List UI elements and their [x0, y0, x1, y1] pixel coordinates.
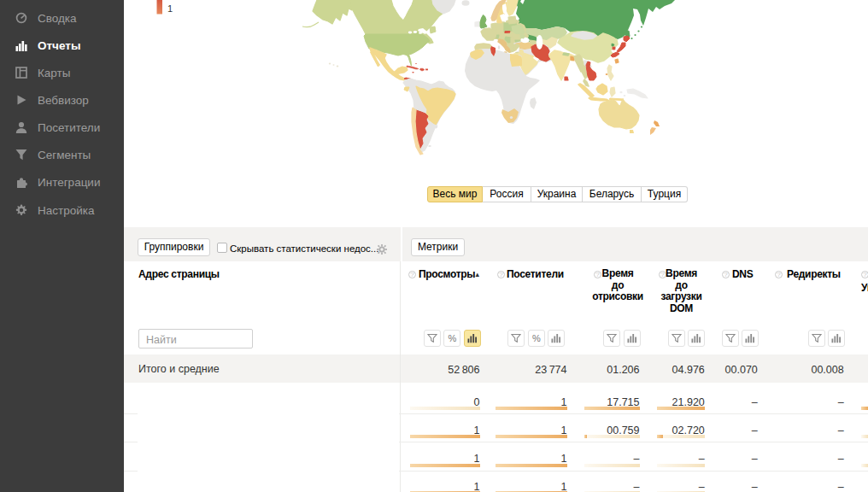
svg-text:1: 1 [167, 3, 173, 14]
